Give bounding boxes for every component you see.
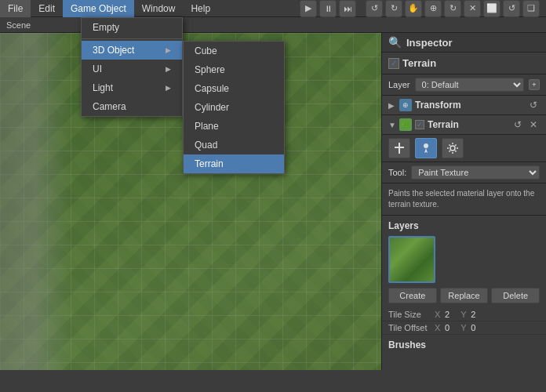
tile-offset-y: Y 0 (460, 323, 475, 332)
layer-add-btn[interactable]: + (529, 79, 540, 90)
menu-item-empty[interactable]: Empty (82, 18, 182, 37)
menu-item-3dobject[interactable]: 3D Object (82, 41, 182, 60)
terrain-refresh-btn[interactable]: ↺ (511, 118, 524, 131)
menu-item-cylinder[interactable]: Cylinder (184, 98, 284, 117)
tile-offset-x: X 0 (435, 323, 450, 332)
delete-layer-btn[interactable]: Delete (491, 288, 540, 303)
menu-file[interactable]: File (0, 0, 31, 17)
terrain-active-checkbox[interactable]: ✓ (415, 120, 424, 129)
terrain-remove-btn[interactable]: ✕ (527, 118, 540, 131)
menu-item-quad[interactable]: Quad (184, 136, 284, 154)
gameobject-dropdown: Empty 3D Object UI Light Camera (81, 17, 183, 117)
object-active-checkbox[interactable]: ✓ (388, 58, 399, 69)
menu-item-light[interactable]: Light (82, 78, 182, 97)
transform-component-header[interactable]: ▶ ⊕ Transform ↺ (382, 96, 546, 115)
tile-size-row: Tile Size X 2 Y 2 (382, 308, 546, 321)
terrain-tab-settings[interactable] (442, 138, 464, 158)
menu-item-terrain[interactable]: Terrain (184, 154, 284, 173)
menu-divider (82, 38, 182, 39)
scene-label: Scene (6, 20, 31, 30)
menu-item-capsule[interactable]: Capsule (184, 79, 284, 98)
layers-button[interactable]: ❏ (522, 0, 540, 17)
menu-gameobject[interactable]: Game Object (63, 0, 134, 17)
undo-button[interactable]: ↺ (366, 0, 383, 17)
menu-edit[interactable]: Edit (31, 0, 63, 17)
pause-button[interactable]: ⏸ (319, 0, 337, 17)
terrain-tab-paint[interactable] (415, 138, 437, 158)
layer-thumbnail[interactable] (388, 236, 435, 283)
tile-offset-label: Tile Offset (388, 323, 431, 332)
brushes-section: Brushes (382, 335, 546, 355)
main-layout: Empty 3D Object UI Light Camera Cube Sph… (0, 33, 546, 370)
menu-window[interactable]: Window (134, 0, 184, 17)
menu-item-ui[interactable]: UI (82, 60, 182, 78)
tool-select[interactable]: Paint Texture (411, 165, 540, 180)
layer-label: Layer (388, 80, 410, 89)
tile-size-x: X 2 (435, 310, 450, 319)
terrain-tab-create[interactable] (388, 138, 410, 158)
tool-label: Tool: (388, 168, 406, 177)
layers-section: Layers Create Replace Delete (382, 216, 546, 308)
inspector-header: 🔍 Inspector (382, 33, 546, 53)
layer-buttons: Create Replace Delete (388, 288, 540, 303)
transform-button[interactable]: ↺ (503, 0, 520, 17)
brushes-title: Brushes (388, 339, 540, 350)
play-button[interactable]: ▶ (300, 0, 317, 17)
create-layer-btn[interactable]: Create (388, 288, 437, 303)
tool-row: Tool: Paint Texture (382, 162, 546, 183)
menu-item-sphere[interactable]: Sphere (184, 60, 284, 79)
tile-size-y: Y 2 (460, 310, 475, 319)
tile-size-label: Tile Size (388, 310, 431, 319)
layer-row: Layer 0: Default + (382, 74, 546, 96)
svg-point-2 (424, 143, 428, 148)
terrain-icon: 🌿 (399, 118, 412, 131)
step-button[interactable]: ⏭ (339, 0, 356, 17)
tool-description: Paints the selected material layer onto … (382, 183, 546, 216)
menu-item-plane[interactable]: Plane (184, 117, 284, 136)
svg-rect-1 (399, 143, 400, 154)
replace-layer-btn[interactable]: Replace (440, 288, 489, 303)
menubar: File Edit Game Object Window Help ▶ ⏸ ⏭ … (0, 0, 546, 17)
transform-icon: ⊕ (399, 99, 412, 111)
inspector-icon: 🔍 (388, 36, 402, 49)
menu-help[interactable]: Help (183, 0, 218, 17)
layer-select[interactable]: 0: Default (415, 78, 524, 92)
side-shadow (0, 33, 71, 370)
object-name: Terrain (402, 57, 436, 69)
object-name-row: ✓ Terrain (382, 53, 546, 74)
pan-button[interactable]: ✋ (405, 0, 422, 17)
rect-button[interactable]: ⬜ (483, 0, 500, 17)
svg-point-3 (450, 146, 455, 151)
move-button[interactable]: ⊕ (424, 0, 442, 17)
terrain-tabs (382, 135, 546, 162)
tile-offset-row: Tile Offset X 0 Y 0 (382, 321, 546, 335)
terrain-label: Terrain (428, 119, 508, 130)
terrain-component-header: ▼ 🌿 ✓ Terrain ↺ ✕ (382, 115, 546, 135)
inspector-panel: 🔍 Inspector ✓ Terrain Layer 0: Default +… (381, 33, 546, 370)
threed-object-dropdown: Cube Sphere Capsule Cylinder Plane Quad … (183, 41, 285, 174)
transform-label: Transform (415, 100, 524, 111)
scale-button[interactable]: ✕ (464, 0, 481, 17)
inspector-title: Inspector (406, 37, 453, 49)
menu-item-cube[interactable]: Cube (184, 42, 284, 60)
menu-item-camera[interactable]: Camera (82, 97, 182, 116)
transform-refresh-btn[interactable]: ↺ (527, 99, 540, 111)
layers-title: Layers (388, 220, 540, 231)
rotate-button[interactable]: ↻ (444, 0, 461, 17)
redo-button[interactable]: ↻ (385, 0, 402, 17)
